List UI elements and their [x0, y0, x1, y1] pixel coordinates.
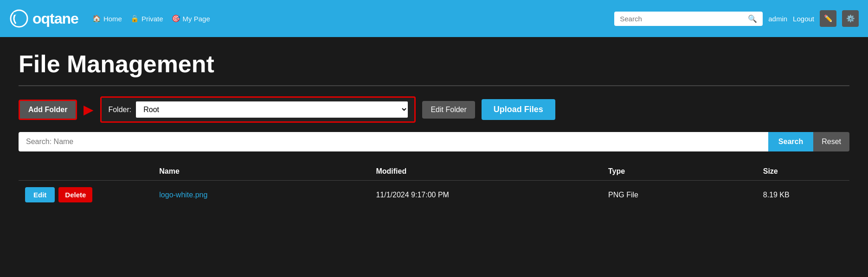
search-button[interactable]: Search: [768, 132, 813, 151]
nav-private[interactable]: 🔒 Private: [130, 14, 163, 23]
search-row: Search Reset: [19, 132, 849, 151]
svg-point-0: [11, 10, 27, 27]
svg-point-1: [13, 12, 16, 15]
upload-files-button[interactable]: Upload Files: [482, 99, 555, 120]
settings-button[interactable]: ⚙️: [842, 10, 859, 27]
header: oqtane 🏠 Home 🔒 Private 🎯 My Page 🔍 admi…: [0, 0, 868, 37]
main-content: File Management Add Folder ▶ Folder: Roo…: [0, 37, 868, 277]
main-nav: 🏠 Home 🔒 Private 🎯 My Page: [92, 14, 210, 23]
home-icon: 🏠: [92, 14, 101, 23]
delete-file-button[interactable]: Delete: [58, 187, 92, 202]
col-header-size: Size: [757, 163, 849, 181]
logout-link[interactable]: Logout: [793, 15, 814, 23]
folder-selector-group: Folder: Root: [100, 96, 416, 123]
logo-area: oqtane: [9, 9, 78, 28]
row-name: logo-white.png: [153, 181, 369, 209]
add-folder-button[interactable]: Add Folder: [19, 100, 77, 120]
reset-button[interactable]: Reset: [813, 132, 849, 151]
col-header-type: Type: [602, 163, 757, 181]
edit-mode-button[interactable]: ✏️: [820, 10, 836, 27]
table-body: Edit Delete logo-white.png 11/1/2024 9:1…: [19, 181, 849, 209]
header-right: 🔍 admin Logout ✏️ ⚙️: [614, 10, 859, 27]
action-btns: Edit Delete: [25, 187, 146, 202]
row-actions: Edit Delete: [19, 181, 153, 209]
logo-text: oqtane: [32, 10, 78, 27]
col-header-actions: [19, 163, 153, 181]
row-size: 8.19 KB: [757, 181, 849, 209]
table-header: Name Modified Type Size: [19, 163, 849, 181]
page-title: File Management: [19, 50, 849, 78]
arrow-indicator-icon: ▶: [84, 103, 94, 116]
target-icon: 🎯: [172, 14, 180, 23]
row-type: PNG File: [602, 181, 757, 209]
col-header-modified: Modified: [369, 163, 602, 181]
search-name-input[interactable]: [19, 132, 768, 151]
header-search-box: 🔍: [614, 12, 763, 26]
folder-label: Folder:: [108, 106, 131, 114]
edit-file-button[interactable]: Edit: [25, 187, 55, 202]
nav-mypage[interactable]: 🎯 My Page: [172, 14, 210, 23]
oqtane-logo-icon: [9, 9, 29, 28]
table-row: Edit Delete logo-white.png 11/1/2024 9:1…: [19, 181, 849, 209]
search-icon: 🔍: [748, 14, 757, 23]
header-search-input[interactable]: [620, 15, 744, 23]
lock-icon: 🔒: [130, 14, 139, 23]
edit-folder-button[interactable]: Edit Folder: [422, 101, 475, 119]
admin-label: admin: [768, 15, 787, 23]
nav-home[interactable]: 🏠 Home: [92, 14, 122, 23]
row-modified: 11/1/2024 9:17:00 PM: [369, 181, 602, 209]
title-divider: [19, 85, 849, 86]
folder-select[interactable]: Root: [136, 101, 408, 118]
file-name-link[interactable]: logo-white.png: [159, 191, 207, 199]
toolbar-row: Add Folder ▶ Folder: Root Edit Folder Up…: [19, 96, 849, 123]
file-table: Name Modified Type Size Edit Delete logo…: [19, 163, 849, 209]
col-header-name: Name: [153, 163, 369, 181]
